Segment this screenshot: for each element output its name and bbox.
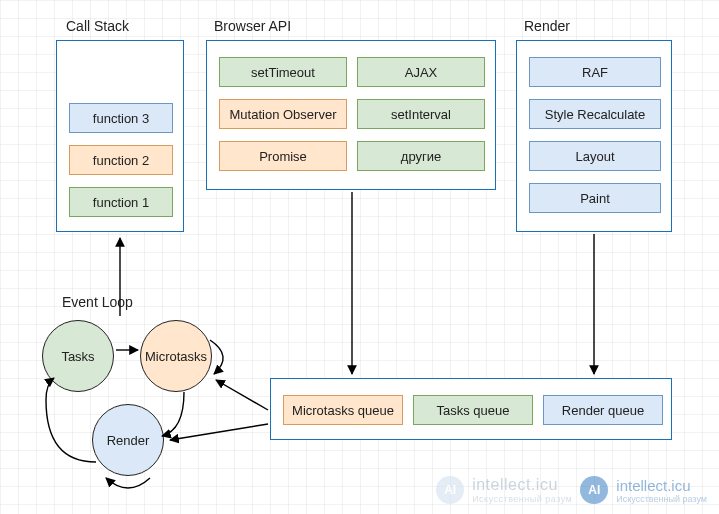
panel-queues: Microtasks queue Tasks queue Render queu… xyxy=(270,378,672,440)
eventloop-microtasks: Microtasks xyxy=(140,320,212,392)
section-label-eventloop: Event Loop xyxy=(62,294,133,310)
watermark: AI intellect.icu Искусственный разум AI … xyxy=(436,476,707,504)
watermark-badge-icon: AI xyxy=(580,476,608,504)
section-label-browserapi: Browser API xyxy=(214,18,291,34)
api-item: setTimeout xyxy=(219,57,347,87)
section-label-render: Render xyxy=(524,18,570,34)
queue-tasks: Tasks queue xyxy=(413,395,533,425)
callstack-item: function 2 xyxy=(69,145,173,175)
svg-line-4 xyxy=(170,424,268,440)
render-step: RAF xyxy=(529,57,661,87)
section-label-callstack: Call Stack xyxy=(66,18,129,34)
watermark-badge-icon: AI xyxy=(436,476,464,504)
eventloop-tasks: Tasks xyxy=(42,320,114,392)
render-step: Paint xyxy=(529,183,661,213)
callstack-item: function 3 xyxy=(69,103,173,133)
api-item: setInterval xyxy=(357,99,485,129)
panel-callstack: function 3 function 2 function 1 xyxy=(56,40,184,232)
render-step: Layout xyxy=(529,141,661,171)
render-step: Style Recalculate xyxy=(529,99,661,129)
panel-browserapi: setTimeout Mutation Observer Promise AJA… xyxy=(206,40,496,190)
api-item: Promise xyxy=(219,141,347,171)
svg-line-3 xyxy=(216,380,268,410)
watermark-text-strong: intellect.icu Искусственный разум xyxy=(616,477,707,504)
watermark-text-faint: intellect.icu Искусственный разум xyxy=(472,476,572,504)
queue-microtasks: Microtasks queue xyxy=(283,395,403,425)
callstack-item: function 1 xyxy=(69,187,173,217)
api-item: Mutation Observer xyxy=(219,99,347,129)
eventloop-render: Render xyxy=(92,404,164,476)
api-item: другие xyxy=(357,141,485,171)
panel-render: RAF Style Recalculate Layout Paint xyxy=(516,40,672,232)
api-item: AJAX xyxy=(357,57,485,87)
queue-render: Render queue xyxy=(543,395,663,425)
